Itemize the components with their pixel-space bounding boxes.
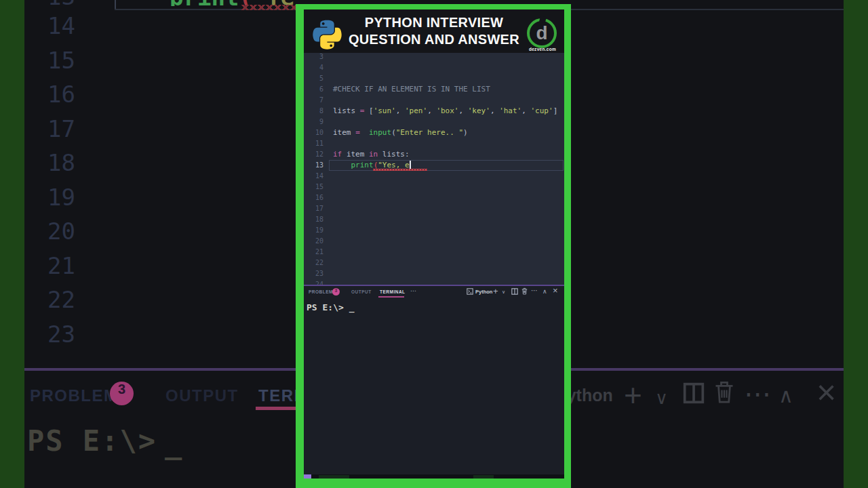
status-bar-item [473,475,494,479]
tab-terminal[interactable]: TERMINAL [380,289,406,294]
line-number: 12 [304,149,323,160]
bg-line-number: 20 [41,218,75,252]
terminal-dropdown-icon[interactable]: ∨ [502,289,505,295]
bottom-panel: PROBLEMS 3 OUTPUT TERMINAL ⋯ Python + ∨ … [304,286,564,474]
python-logo-icon [309,20,345,56]
code-line-23[interactable]: 23 [304,268,564,279]
line-number: 6 [304,84,323,95]
maximize-panel-icon[interactable]: ∧ [542,288,547,295]
line-number: 5 [304,73,323,84]
bg-line-number: 18 [41,149,75,184]
bg-shell-label-clipped: Python [565,386,615,406]
bg-terminal-prompt: PS E:\> [27,424,157,458]
line-number: 10 [304,127,323,138]
line-number: 8 [304,106,323,117]
bg-line-number: 19 [41,184,75,218]
video-title: PYTHON INTERVIEW QUESTION AND ANSWER [342,13,526,49]
new-terminal-icon[interactable]: + [493,286,498,296]
line-number: 9 [304,117,323,127]
bg-line-number: 22 [41,286,75,321]
code-line-14[interactable]: 14 [304,171,564,182]
bg-line-number: 15 [41,47,75,81]
bg-problems-badge: 3 [110,382,134,405]
bg-line-number-gutter: 14151617181920212223 [41,12,75,354]
code-line-11[interactable]: 11 [304,138,564,149]
close-panel-icon[interactable]: × [553,285,558,296]
bg-tab-output: OUTPUT [165,386,239,405]
code-line-6[interactable]: 6#CHECK IF AN ELEMENT IS IN THE LIST [304,84,564,95]
remote-indicator [304,474,311,479]
code-line-21[interactable]: 21 [304,247,564,258]
kill-terminal-trash-icon[interactable] [521,287,528,295]
line-number: 22 [304,258,323,268]
bg-terminal-cursor: _ [165,427,182,460]
line-number: 24 [304,279,323,285]
bg-line-number: 23 [41,321,75,355]
code-line-18[interactable]: 18 [304,214,564,225]
bg-line-number: 14 [41,12,75,47]
code-line-16[interactable]: 16 [304,192,564,203]
video-title-line2: QUESTION AND ANSWER [342,31,526,48]
bg-new-terminal-icon: + [624,377,642,413]
problems-count-badge: 3 [332,288,340,296]
line-number: 15 [304,182,323,192]
bg-collapse-panel-icon: ∧ [778,384,793,407]
panel-more-actions-icon[interactable]: ⋯ [531,287,538,294]
bg-error-squiggle [241,5,301,10]
bg-print-fragment: print [170,0,239,6]
line-number: 16 [304,192,323,203]
bg-more-actions-icon: ⋯ [744,378,771,409]
bg-dropdown-icon: ∨ [655,388,668,409]
code-line-4[interactable]: 4 [304,62,564,73]
code-line-17[interactable]: 17 [304,203,564,214]
status-bar-item [319,475,349,479]
code-line-19[interactable]: 19 [304,225,564,236]
code-line-7[interactable]: 7 [304,95,564,106]
line-number: 14 [304,171,323,182]
bg-line-number: 21 [41,252,75,287]
code-line-13[interactable]: 13 print("Yes, e [304,160,564,171]
terminal-input-line[interactable]: PS E:\> _ [307,302,354,312]
dezven-site-label: dezven.com [526,47,559,52]
code-line-20[interactable]: 20 [304,236,564,247]
code-line-9[interactable]: 9 [304,117,564,127]
editor-caret [410,161,411,169]
vscode-window: PYTHON INTERVIEW QUESTION AND ANSWER d d… [304,9,564,479]
code-line-5[interactable]: 5 [304,73,564,84]
tabs-more-icon[interactable]: ⋯ [410,287,416,294]
python-terminal-icon [467,288,473,295]
line-number: 21 [304,247,323,258]
code-text: #CHECK IF AN ELEMENT IS IN THE LIST [333,84,490,95]
code-line-24[interactable]: 24 [304,279,564,285]
dezven-logo: d dezven.com [525,18,560,53]
terminal-active-underline [378,296,404,298]
video-title-line1: PYTHON INTERVIEW [342,14,526,31]
code-line-15[interactable]: 15 [304,182,564,192]
line-number: 13 [304,160,323,171]
bg-line-number: 17 [41,115,75,150]
bg-current-line-border-left [115,0,116,9]
code-line-12[interactable]: 12if item in lists: [304,149,564,160]
bg-split-terminal-icon [683,382,705,405]
line-number: 4 [304,62,323,73]
shell-selector[interactable]: Python [475,289,492,295]
bg-trash-icon [714,380,734,404]
terminal-cursor: _ [349,302,355,312]
line-number: 23 [304,268,323,279]
code-line-10[interactable]: 10item = input("Enter here.. ") [304,127,564,138]
tab-output[interactable]: OUTPUT [351,289,372,294]
dezven-letter: d [525,18,559,49]
line-number: 19 [304,225,323,236]
code-lines-container: 3456#CHECK IF AN ELEMENT IS IN THE LIST7… [304,53,564,285]
line-number: 18 [304,214,323,225]
bg-close-panel-icon: × [816,373,836,412]
bg-line-number: 16 [41,81,75,115]
line-number: 11 [304,138,323,149]
code-line-22[interactable]: 22 [304,258,564,268]
code-editor[interactable]: 3456#CHECK IF AN ELEMENT IS IN THE LIST7… [304,53,564,285]
line-number: 17 [304,203,323,214]
line-number: 7 [304,95,323,106]
code-line-8[interactable]: 8lists = ['sun', 'pen', 'box', 'key', 'h… [304,106,564,117]
code-text: item = input("Enter here.. ") [333,127,468,138]
split-terminal-icon[interactable] [511,288,518,295]
